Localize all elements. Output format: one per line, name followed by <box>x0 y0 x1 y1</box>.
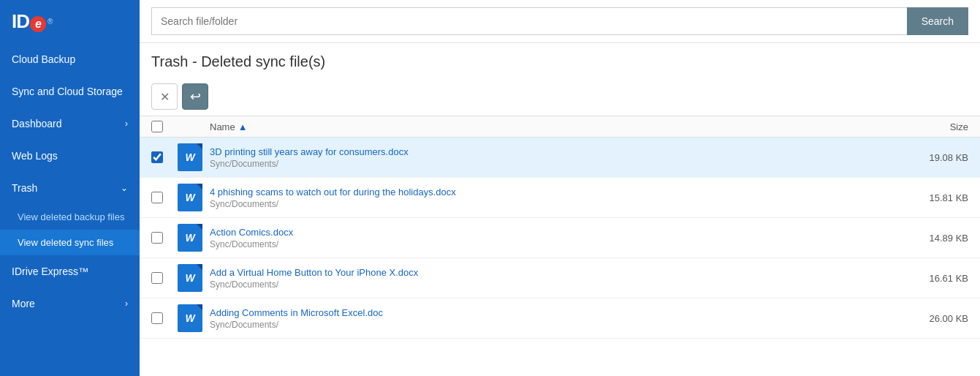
file-size: 14.89 KB <box>895 233 968 244</box>
table-row: W Adding Comments in Microsoft Excel.doc… <box>140 298 980 339</box>
file-icon-area: W <box>178 143 210 171</box>
row-checkbox-area[interactable] <box>151 312 178 324</box>
row-checkbox[interactable] <box>151 312 163 324</box>
file-name[interactable]: 3D printing still years away for consume… <box>210 146 895 157</box>
sidebar-item-label: More <box>12 298 35 309</box>
chevron-right-icon: › <box>125 119 128 129</box>
file-info: Adding Comments in Microsoft Excel.doc S… <box>210 307 895 330</box>
word-doc-icon: W <box>178 143 202 171</box>
chevron-down-icon: ⌄ <box>121 183 128 193</box>
chevron-right-icon: › <box>125 298 128 309</box>
sidebar-item-dashboard[interactable]: Dashboard › <box>0 108 140 140</box>
table-row: W 3D printing still years away for consu… <box>140 138 980 178</box>
file-name[interactable]: Action Comics.docx <box>210 227 895 238</box>
file-path: Sync/Documents/ <box>210 239 895 249</box>
column-name-header[interactable]: Name ▲ <box>210 121 895 132</box>
select-all-checkbox[interactable] <box>151 121 163 132</box>
header-check[interactable] <box>151 121 178 132</box>
sidebar-subitem-label: View deleted backup files <box>18 211 124 222</box>
file-size: 26.00 KB <box>895 313 968 324</box>
sidebar: IDe ® Cloud Backup Sync and Cloud Storag… <box>0 0 140 376</box>
table-row: W Action Comics.docx Sync/Documents/ 14.… <box>140 218 980 258</box>
logo: IDe ® <box>12 10 53 33</box>
file-name[interactable]: Adding Comments in Microsoft Excel.doc <box>210 307 895 318</box>
word-doc-icon: W <box>178 224 202 252</box>
sidebar-item-label: Sync and Cloud Storage <box>12 86 123 97</box>
file-size: 16.61 KB <box>895 273 968 284</box>
file-table: Name ▲ Size W 3D printing still years aw… <box>140 116 980 376</box>
file-info: 3D printing still years away for consume… <box>210 146 895 169</box>
sidebar-item-web-logs[interactable]: Web Logs <box>0 140 140 172</box>
restore-button[interactable]: ↩ <box>182 83 208 110</box>
file-path: Sync/Documents/ <box>210 279 895 290</box>
row-checkbox[interactable] <box>151 151 163 163</box>
sidebar-item-more[interactable]: More › <box>0 287 140 320</box>
sidebar-item-idrive-express[interactable]: IDrive Express™ <box>0 255 140 287</box>
sidebar-item-label: Dashboard <box>12 118 62 129</box>
logo-registered: ® <box>48 18 53 26</box>
toolbar: ✕ ↩ <box>140 78 980 116</box>
sidebar-item-label: Web Logs <box>12 150 58 162</box>
file-icon-area: W <box>178 264 210 292</box>
sidebar-item-sync-cloud[interactable]: Sync and Cloud Storage <box>0 75 140 108</box>
file-path: Sync/Documents/ <box>210 320 895 330</box>
word-doc-icon: W <box>178 304 202 332</box>
file-size: 15.81 KB <box>895 192 968 203</box>
table-header: Name ▲ Size <box>140 116 980 138</box>
search-button[interactable]: Search <box>907 7 968 35</box>
file-icon-area: W <box>178 224 210 252</box>
search-input[interactable] <box>151 7 907 35</box>
sidebar-subitem-label: View deleted sync files <box>18 237 113 248</box>
row-checkbox-area[interactable] <box>151 151 178 163</box>
sort-arrow-icon: ▲ <box>238 121 248 132</box>
file-info: Action Comics.docx Sync/Documents/ <box>210 227 895 249</box>
sidebar-subitem-view-deleted-sync[interactable]: View deleted sync files <box>0 230 140 255</box>
table-row: W 4 phishing scams to watch out for duri… <box>140 178 980 218</box>
sidebar-item-label: Trash <box>12 182 37 194</box>
word-doc-icon: W <box>178 184 202 211</box>
restore-icon: ↩ <box>190 89 201 105</box>
sidebar-item-label: IDrive Express™ <box>12 266 88 277</box>
row-checkbox-area[interactable] <box>151 232 178 244</box>
file-path: Sync/Documents/ <box>210 159 895 169</box>
file-icon-area: W <box>178 184 210 211</box>
file-path: Sync/Documents/ <box>210 199 895 209</box>
logo-area: IDe ® <box>0 0 140 43</box>
sidebar-nav: Cloud Backup Sync and Cloud Storage Dash… <box>0 43 140 376</box>
delete-button[interactable]: ✕ <box>151 83 178 110</box>
file-info: Add a Virtual Home Button to Your iPhone… <box>210 267 895 290</box>
file-icon-area: W <box>178 304 210 332</box>
sidebar-item-trash[interactable]: Trash ⌄ <box>0 172 140 204</box>
sidebar-item-cloud-backup[interactable]: Cloud Backup <box>0 43 140 75</box>
delete-icon: ✕ <box>160 90 170 104</box>
sidebar-item-label: Cloud Backup <box>12 53 75 65</box>
search-bar: Search <box>140 0 980 43</box>
word-doc-icon: W <box>178 264 202 292</box>
row-checkbox[interactable] <box>151 272 163 284</box>
table-row: W Add a Virtual Home Button to Your iPho… <box>140 258 980 298</box>
main-content: Search Trash - Deleted sync file(s) ✕ ↩ … <box>140 0 980 376</box>
file-name[interactable]: Add a Virtual Home Button to Your iPhone… <box>210 267 895 278</box>
logo-text-id: ID <box>12 10 29 32</box>
sidebar-subitem-view-deleted-backup[interactable]: View deleted backup files <box>0 204 140 230</box>
file-info: 4 phishing scams to watch out for during… <box>210 187 895 209</box>
row-checkbox[interactable] <box>151 232 163 244</box>
logo-e: e <box>30 16 46 32</box>
row-checkbox-area[interactable] <box>151 272 178 284</box>
row-checkbox[interactable] <box>151 192 163 203</box>
file-name[interactable]: 4 phishing scams to watch out for during… <box>210 187 895 198</box>
page-title: Trash - Deleted sync file(s) <box>140 43 980 78</box>
column-size-header: Size <box>895 121 968 132</box>
row-checkbox-area[interactable] <box>151 192 178 203</box>
file-size: 19.08 KB <box>895 152 968 163</box>
